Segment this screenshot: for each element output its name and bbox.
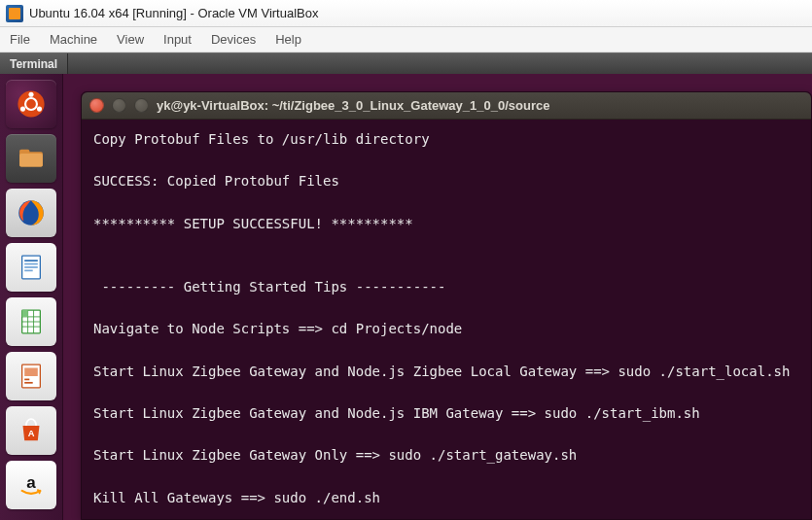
svg-rect-10 [24, 260, 38, 261]
terminal-line: ********** SETUP SUCCESSFUL! ********** [93, 216, 413, 231]
terminal-line: Copy Protobuf Files to /usr/lib director… [93, 131, 430, 147]
svg-rect-20 [22, 310, 28, 317]
ubuntu-logo-icon [15, 87, 48, 121]
svg-rect-11 [24, 263, 38, 265]
svg-text:A: A [28, 429, 35, 438]
terminal-window: yk@yk-VirtualBox: ~/ti/Zigbee_3_0_Linux_… [81, 91, 812, 520]
menu-help[interactable]: Help [275, 32, 301, 47]
minimize-icon[interactable] [112, 98, 126, 113]
desktop-area: yk@yk-VirtualBox: ~/ti/Zigbee_3_0_Linux_… [63, 74, 812, 520]
svg-point-4 [20, 107, 25, 112]
terminal-line: Navigate to Node Scripts ==> cd Projects… [93, 321, 462, 336]
svg-rect-7 [19, 154, 43, 167]
menu-view[interactable]: View [117, 32, 144, 47]
menu-input[interactable]: Input [163, 32, 192, 47]
terminal-titlebar[interactable]: yk@yk-VirtualBox: ~/ti/Zigbee_3_0_Linux_… [82, 92, 811, 120]
svg-point-3 [37, 107, 42, 112]
terminal-line: Start Linux Zigbee Gateway Only ==> sudo… [93, 447, 577, 463]
terminal-line: Kill All Gateways ==> sudo ./end.sh [93, 490, 380, 505]
maximize-icon[interactable] [134, 98, 149, 113]
ubuntu-workspace: A a yk@yk-VirtualBox: ~/ti/Zigbee_3_0_Li… [0, 74, 812, 520]
virtualbox-window-title: Ubuntu 16.04 x64 [Running] - Oracle VM V… [29, 6, 318, 20]
virtualbox-titlebar: Ubuntu 16.04 x64 [Running] - Oracle VM V… [0, 0, 812, 27]
launcher-calc[interactable] [6, 297, 56, 346]
launcher-files[interactable] [6, 134, 56, 183]
presentation-icon [15, 360, 48, 393]
unity-launcher: A a [0, 74, 63, 520]
launcher-amazon[interactable]: a [6, 461, 56, 509]
ubuntu-panel: Terminal [0, 52, 812, 74]
svg-text:a: a [26, 473, 36, 492]
terminal-line: --------- Getting Started Tips ---------… [93, 279, 445, 295]
virtualbox-menubar: File Machine View Input Devices Help [0, 27, 812, 52]
launcher-impress[interactable] [6, 352, 56, 400]
terminal-body[interactable]: Copy Protobuf Files to /usr/lib director… [82, 120, 811, 520]
terminal-line: Start Linux Zigbee Gateway and Node.js I… [93, 405, 700, 421]
terminal-title: yk@yk-VirtualBox: ~/ti/Zigbee_3_0_Linux_… [157, 98, 549, 113]
amazon-icon: a [15, 468, 48, 502]
launcher-writer[interactable] [6, 243, 56, 292]
launcher-firefox[interactable] [6, 189, 56, 237]
close-icon[interactable] [89, 98, 104, 113]
folder-icon [15, 142, 48, 175]
active-app-label[interactable]: Terminal [0, 53, 68, 74]
menu-machine[interactable]: Machine [50, 32, 97, 47]
spreadsheet-icon [15, 305, 48, 338]
svg-rect-22 [24, 368, 38, 377]
menu-file[interactable]: File [10, 32, 30, 47]
svg-rect-23 [24, 379, 29, 381]
document-writer-icon [15, 251, 48, 284]
launcher-software[interactable]: A [6, 406, 56, 455]
shopping-bag-icon: A [15, 414, 48, 447]
terminal-line: SUCCESS: Copied Protobuf Files [93, 173, 339, 189]
svg-rect-13 [24, 270, 33, 272]
svg-rect-24 [24, 382, 33, 384]
virtualbox-icon [6, 5, 23, 22]
launcher-dash[interactable] [6, 80, 56, 128]
svg-rect-12 [24, 266, 38, 268]
firefox-icon [15, 196, 48, 229]
menu-devices[interactable]: Devices [211, 32, 256, 47]
terminal-line: Start Linux Zigbee Gateway and Node.js Z… [93, 364, 790, 379]
svg-point-2 [28, 92, 33, 97]
